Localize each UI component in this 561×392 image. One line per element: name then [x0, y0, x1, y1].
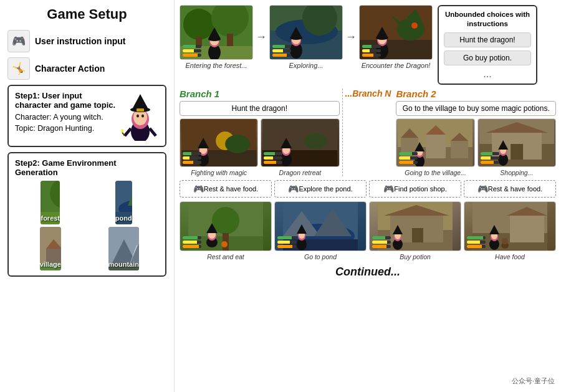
branch-section: Branch 1 Hunt the dragon!: [180, 88, 556, 176]
scene-go-pond: [274, 201, 367, 251]
b1-action1-label: Rest & have food.: [204, 185, 258, 193]
svg-rect-120: [412, 228, 423, 242]
top-story-frames: Entering the forest... →: [180, 5, 433, 69]
scene-stat-bars-3: [362, 45, 381, 57]
choices-title: Unbounded choices with instructions: [444, 10, 531, 29]
b2-action2-col: 🎮 Rest & have food.: [464, 180, 556, 198]
scene-retreat: [261, 118, 339, 167]
character-action-label: Character Action: [35, 64, 105, 74]
scene-village: [396, 118, 474, 167]
svg-point-134: [502, 238, 508, 244]
b2-village-caption: Going to the village...: [405, 169, 466, 176]
choice-potion[interactable]: Go buy potion.: [444, 50, 531, 65]
b1-action1-col: 🎮 Rest & have food.: [180, 180, 272, 198]
scene-have-food: [464, 201, 556, 251]
continued-text: Continued...: [180, 265, 556, 279]
branchN-label: ...Branch N: [345, 88, 391, 98]
branch1-mid-scenes: Fighting with magic: [180, 118, 340, 176]
b1-retreat-caption: Dragon retreat: [279, 169, 322, 176]
step1-title: Step1: User input character and game top…: [15, 91, 117, 110]
svg-point-50: [290, 36, 302, 40]
branch2-section: Branch 2 Go to the village to buy some m…: [393, 88, 556, 176]
scene-dragon-caption: Encounter the Dragon!: [362, 62, 431, 69]
b2-shop-bars: [481, 152, 499, 164]
choice-hunt[interactable]: Hunt the dragon!: [444, 32, 531, 47]
svg-point-106: [221, 241, 228, 247]
character-action-icon: 🤸: [7, 57, 30, 80]
b1-retreat-bars: [264, 152, 282, 164]
scene-stat-bars-1: [183, 45, 201, 57]
branch2-mid-scenes: Going to the village...: [396, 118, 556, 176]
env-mountain-label: mountain: [108, 261, 140, 268]
left-panel: Game Setup 🎮 User instruction input 🤸 Ch…: [0, 0, 175, 392]
controller-icon-3: 🎮: [383, 184, 394, 194]
environment-images: forest pond: [15, 181, 159, 270]
b2-action1-label: Find potion shop.: [394, 185, 446, 193]
step2-title: Step2: Game Environment Generation: [15, 158, 159, 177]
user-instruction-label: User instruction input: [35, 36, 125, 46]
watermark: 公众号·童子位: [512, 376, 555, 386]
controller-icon-1: 🎮: [193, 184, 204, 194]
b1-action2-col: 🎮 Explore the pond.: [274, 180, 367, 198]
b1-scene-fight: Fighting with magic: [180, 118, 258, 176]
b2-scene-village: Going to the village...: [396, 118, 474, 176]
bottom-scenes-row: Rest and eat: [180, 201, 556, 261]
svg-point-72: [304, 133, 327, 149]
svg-point-56: [411, 22, 418, 29]
svg-point-3: [137, 115, 139, 118]
env-mountain-image: mountain: [108, 227, 140, 270]
scene-explore-caption: Exploring...: [289, 62, 323, 69]
character-action-row: 🤸 Character Action: [7, 57, 166, 80]
svg-rect-83: [451, 141, 469, 158]
controller-icon-4: 🎮: [477, 184, 488, 194]
svg-rect-93: [511, 144, 523, 160]
scene-enter-forest: [180, 5, 253, 60]
scene-dragon: [359, 5, 433, 60]
controller-icon-2: 🎮: [288, 184, 299, 194]
svg-marker-6: [132, 94, 149, 110]
env-pond-image: pond: [115, 181, 132, 224]
env-pond-label: pond: [115, 214, 132, 222]
scene-shopping: [477, 118, 556, 167]
env-forest-image: forest: [41, 181, 60, 224]
branch1-label: Branch 1: [180, 88, 219, 99]
svg-point-61: [376, 36, 388, 40]
b2-bottom-scene2: Have food: [464, 201, 556, 261]
b2-bottom1-caption: Buy potion: [400, 253, 431, 261]
svg-line-9: [150, 128, 156, 136]
b2-village-bars: [399, 152, 418, 164]
scene-fighting: [180, 118, 258, 167]
b2-bottom2-caption: Have food: [495, 253, 525, 261]
svg-point-53: [397, 18, 424, 41]
arrow-1: →: [256, 31, 267, 44]
b1-bottom2-caption: Go to pond: [304, 253, 337, 261]
b2-action1-col: 🎮 Find potion shop.: [369, 180, 461, 198]
svg-rect-127: [510, 214, 544, 242]
witch-character-svg: [122, 91, 159, 141]
b1-action2-box: 🎮 Explore the pond.: [274, 180, 367, 198]
choices-box: Unbounded choices with instructions Hunt…: [438, 5, 537, 85]
game-setup-title: Game Setup: [7, 6, 166, 22]
b2-action2-label: Rest & have food.: [488, 185, 542, 193]
story-frame-explore: Exploring...: [269, 5, 343, 69]
scene-stat-bars-2: [272, 45, 291, 57]
scene-buy-potion: [369, 201, 461, 251]
b1-bottom1-caption: Rest and eat: [207, 253, 244, 261]
scene-exploring: [269, 5, 343, 60]
b1-bottom-scene1: Rest and eat: [180, 201, 272, 261]
b1-bottom-scene2: Go to pond: [274, 201, 367, 261]
branch-n-label-col: ...Branch N: [343, 88, 394, 176]
b1-fight-bars: [183, 152, 201, 164]
top-section: Entering the forest... →: [180, 5, 556, 85]
scene-enter-caption: Entering the forest...: [185, 62, 247, 69]
svg-point-11: [122, 129, 123, 133]
user-input-icon: 🎮: [7, 30, 30, 52]
user-instruction-row: 🎮 User instruction input: [7, 30, 166, 52]
b2-food-bars: [467, 236, 486, 248]
svg-point-32: [183, 9, 214, 40]
svg-line-8: [125, 128, 131, 136]
story-frame-dragon: Encounter the Dragon!: [359, 5, 433, 69]
svg-point-4: [141, 115, 144, 118]
b1-fight-caption: Fighting with magic: [191, 169, 247, 176]
arrow-2: →: [345, 31, 357, 44]
